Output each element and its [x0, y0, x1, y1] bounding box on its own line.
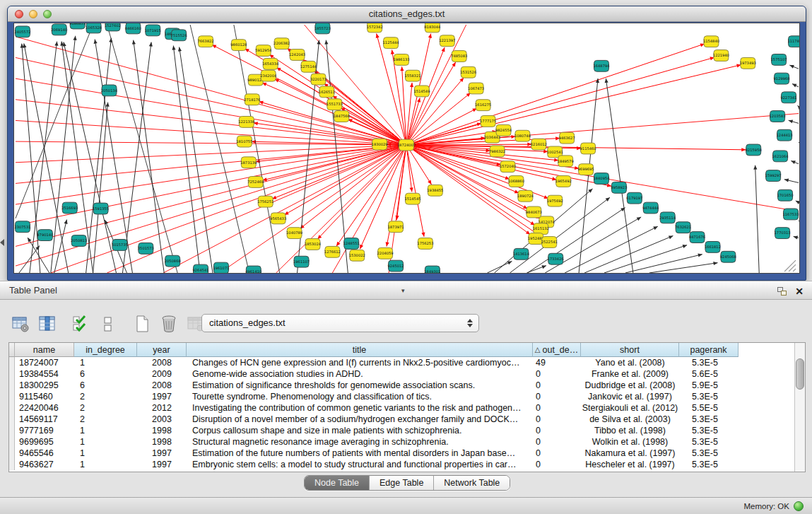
- graph-node[interactable]: 1961107: [293, 256, 310, 267]
- graph-hub-node[interactable]: 18724007: [397, 139, 416, 151]
- graph-node[interactable]: 3501573: [138, 243, 154, 254]
- graph-node[interactable]: 1777175: [480, 116, 496, 127]
- graph-node[interactable]: 1830029: [372, 139, 388, 150]
- graph-node[interactable]: 1551733: [326, 99, 343, 110]
- graph-node[interactable]: 9264541: [193, 264, 209, 273]
- graph-node[interactable]: 1756251: [257, 196, 273, 207]
- close-panel-icon[interactable]: ✕: [795, 286, 804, 296]
- graph-node[interactable]: 1203583: [770, 111, 786, 122]
- scrollbar-thumb[interactable]: [796, 358, 804, 390]
- graph-node[interactable]: 8466160: [125, 23, 141, 34]
- graph-node[interactable]: 3220173: [310, 74, 326, 85]
- cell[interactable]: Hescheler et al. (1997): [581, 459, 679, 470]
- graph-node[interactable]: 9699695: [578, 164, 594, 175]
- cell[interactable]: Tourette syndrome. Phenomenology and cla…: [187, 391, 533, 402]
- cell[interactable]: 1997: [137, 448, 187, 459]
- graph-node[interactable]: 1248551: [343, 238, 360, 250]
- graph-node[interactable]: 1125444: [383, 37, 399, 49]
- cell[interactable]: Yano et al. (2008): [581, 357, 679, 368]
- graph-node[interactable]: 1873971: [388, 221, 404, 233]
- graph-node[interactable]: 9790140: [37, 230, 53, 241]
- graph-node[interactable]: 1167533: [783, 209, 799, 220]
- graph-node[interactable]: 1221940: [713, 50, 729, 62]
- cell[interactable]: 0: [533, 402, 581, 414]
- cell[interactable]: 6: [74, 380, 137, 391]
- cell[interactable]: Structural magnetic resonance image aver…: [187, 436, 533, 448]
- graph-node[interactable]: 2935114: [659, 212, 676, 223]
- cell[interactable]: 0: [533, 380, 581, 391]
- table-row[interactable]: 946554611997Estimation of the future num…: [9, 448, 805, 459]
- tab-network-table[interactable]: Network Table: [434, 476, 510, 490]
- graph-node[interactable]: 9186853: [69, 23, 86, 29]
- column-header-title[interactable]: title: [187, 343, 533, 357]
- cell[interactable]: 5.3E-5: [679, 357, 739, 368]
- float-panel-icon[interactable]: [777, 287, 787, 296]
- graph-node[interactable]: 1531526: [460, 66, 476, 78]
- cell[interactable]: 1: [74, 436, 137, 448]
- select-all-icon[interactable]: [71, 313, 92, 334]
- graph-node[interactable]: 9463627: [559, 132, 575, 144]
- graph-node[interactable]: 2718176: [244, 94, 260, 105]
- cell[interactable]: de Silva et al. (2003): [581, 414, 679, 425]
- graph-node[interactable]: 7632621: [675, 222, 691, 233]
- graph-node[interactable]: 1973493: [740, 57, 756, 69]
- tab-node-table[interactable]: Node Table: [305, 476, 370, 490]
- zoom-window-button[interactable]: [43, 10, 52, 18]
- show-columns-icon[interactable]: [37, 313, 58, 334]
- cell[interactable]: 1998: [137, 425, 187, 436]
- graph-node[interactable]: 9860128: [230, 40, 247, 51]
- cell[interactable]: 9699695: [15, 436, 74, 448]
- graph-node[interactable]: 8183044: [424, 23, 440, 33]
- graph-node[interactable]: 1067473: [468, 83, 484, 94]
- graph-node[interactable]: 1575107: [771, 54, 787, 66]
- cell[interactable]: 19384554: [15, 368, 74, 380]
- graph-node[interactable]: 2050868: [165, 255, 181, 267]
- graph-node[interactable]: 1117861: [787, 36, 799, 47]
- cell[interactable]: 0: [533, 414, 581, 425]
- cell[interactable]: 2: [74, 391, 137, 402]
- graph-node[interactable]: 1572040: [500, 161, 516, 173]
- graph-node[interactable]: 9227341: [781, 92, 797, 103]
- window-titlebar[interactable]: citations_edges.txt: [8, 6, 806, 22]
- cell[interactable]: Tibbo et al. (1998): [581, 425, 679, 436]
- graph-node[interactable]: 1558321: [404, 70, 420, 81]
- cell[interactable]: 2009: [137, 368, 187, 380]
- hidden-panel-arrow[interactable]: [0, 239, 4, 246]
- graph-node[interactable]: 7252469: [247, 177, 264, 188]
- graph-node[interactable]: 2050134: [101, 85, 117, 96]
- graph-node[interactable]: 2206382: [273, 38, 290, 49]
- graph-node[interactable]: 1276612: [324, 246, 341, 257]
- cell[interactable]: 22420046: [15, 402, 74, 414]
- table-row[interactable]: 1830029562008Estimation of significance …: [9, 380, 805, 391]
- graph-node[interactable]: 6179197: [626, 192, 642, 204]
- graph-node[interactable]: 1849579: [558, 156, 574, 167]
- column-header-in_degree[interactable]: in_degree: [74, 343, 137, 357]
- graph-node[interactable]: 1221338: [238, 117, 254, 128]
- cell[interactable]: 2: [74, 414, 137, 425]
- graph-node[interactable]: 7485083: [451, 51, 467, 62]
- graph-node[interactable]: 1847566: [334, 111, 350, 122]
- graph-node[interactable]: 1599297: [765, 170, 782, 182]
- cell[interactable]: Estimation of significance thresholds fo…: [187, 380, 533, 391]
- graph-node[interactable]: 1071915: [145, 25, 161, 36]
- graph-node[interactable]: 1855723: [314, 23, 331, 34]
- cell[interactable]: 0: [533, 448, 581, 459]
- graph-node[interactable]: 1242043: [289, 49, 305, 61]
- graph-node[interactable]: 4961410: [245, 266, 261, 273]
- table-row[interactable]: 1456911722003Disruption of a novel membe…: [9, 414, 805, 425]
- graph-node[interactable]: 9245068: [720, 251, 736, 262]
- table-selector-dropdown[interactable]: citations_edges.txt: [201, 314, 479, 332]
- cell[interactable]: 18724007: [15, 357, 74, 368]
- cell[interactable]: Jankovic et al. (1997): [581, 391, 679, 402]
- cell[interactable]: 5.3E-5: [679, 459, 739, 470]
- table-row[interactable]: 977716911998Corpus callosum shape and si…: [9, 425, 805, 436]
- cell[interactable]: 0: [533, 425, 581, 436]
- table-row[interactable]: 969969511998Structural magnetic resonanc…: [9, 436, 805, 448]
- graph-node[interactable]: 7986322: [489, 146, 505, 157]
- graph-node[interactable]: 1840954: [593, 173, 609, 185]
- minimize-window-button[interactable]: [29, 10, 37, 18]
- cell[interactable]: 5.3E-5: [679, 448, 739, 459]
- graph-node[interactable]: 7663822: [197, 36, 213, 47]
- cell[interactable]: 0: [533, 391, 581, 402]
- cell[interactable]: 5.6E-5: [679, 368, 739, 380]
